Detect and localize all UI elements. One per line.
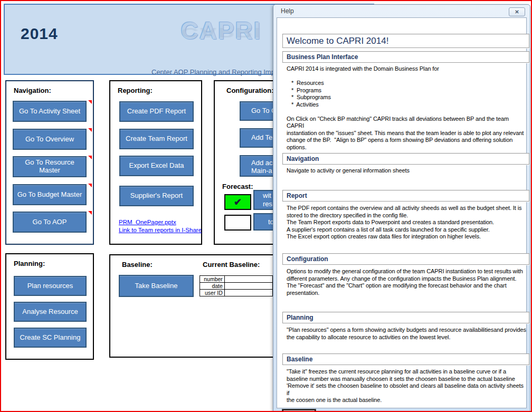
current-baseline-label: Current Baseline: — [203, 261, 260, 269]
section-body-business-plan-interface: CAPRI 2014 is integrated with the Domain… — [282, 64, 529, 152]
section-body-report: The PDF report contains the overview and… — [282, 204, 529, 242]
close-icon[interactable]: ✕ — [509, 7, 525, 16]
table-row: user ID — [200, 290, 273, 296]
forecast-on-checkbox[interactable]: ✔ — [224, 194, 251, 210]
baseline-date-value — [224, 283, 272, 290]
create-pdf-report-button[interactable]: Create PDF Report — [119, 101, 194, 122]
planning-panel: Planning: Plan resources Analyse Resourc… — [5, 253, 94, 360]
go-to-aop-button[interactable]: Go To AOP — [13, 212, 87, 233]
go-to-budget-master-button[interactable]: Go To Budget Master — [13, 184, 87, 205]
section-heading-navigation: Navigation — [282, 153, 529, 165]
planning-label: Planning: — [14, 260, 45, 267]
suppliers-report-button[interactable]: Supplier's Report — [119, 186, 194, 206]
close-button[interactable]: Close — [282, 409, 316, 412]
header-subtitle: Center AOP Planning and Reporting Imp — [151, 68, 275, 76]
baseline-label: Baseline: — [122, 261, 153, 269]
create-sc-planning-button[interactable]: Create SC Planning — [14, 328, 87, 348]
capri-logo-reflection: CAPRI — [168, 25, 274, 41]
capri-logo: CAPRI CAPRI — [168, 16, 274, 69]
section-body-navigation: Navigate to activity or general informat… — [282, 166, 529, 176]
section-heading-report: Report — [282, 190, 529, 202]
section-body-planning: "Plan resources" opens a form showing ac… — [282, 325, 529, 342]
welcome-heading: Welcome to CAPRI 2014! — [282, 34, 529, 48]
go-to-resource-master-button[interactable]: Go To Resource Master — [13, 156, 87, 177]
baseline-userid-label: user ID — [200, 290, 225, 296]
reporting-label: Reporting: — [118, 87, 153, 94]
navigation-panel: Navigation: Go To Activity Sheet Go To O… — [5, 80, 94, 245]
section-heading-business-plan-interface: Business Plan Interface — [282, 51, 529, 63]
baseline-date-label: date — [200, 283, 225, 290]
section-heading-baseline: Baseline — [282, 353, 529, 365]
comment-marker-icon — [88, 156, 92, 159]
export-excel-data-button[interactable]: Export Excel Data — [119, 156, 194, 176]
team-reports-ishare-link[interactable]: Link to Team reports in I-Share — [119, 227, 202, 233]
table-row: number — [200, 276, 273, 283]
baseline-number-label: number — [200, 276, 225, 283]
help-dialog-title: Help — [281, 7, 294, 15]
comment-marker-icon — [88, 100, 92, 104]
section-body-baseline: "Take it" freezes the current resource p… — [282, 367, 529, 405]
forecast-off-checkbox[interactable] — [224, 215, 251, 231]
go-to-overview-button[interactable]: Go To Overview — [13, 129, 87, 150]
comment-marker-icon — [88, 184, 92, 187]
comment-marker-icon — [88, 211, 92, 215]
comment-marker-icon — [88, 128, 92, 132]
prm-onepager-link[interactable]: PRM_OnePager.pptx — [119, 219, 176, 225]
create-team-report-button[interactable]: Create Team Report — [119, 129, 194, 149]
section-heading-planning: Planning — [282, 312, 529, 323]
section-body-configuration: Options to modify the general configurat… — [282, 267, 529, 298]
year-label: 2014 — [21, 25, 58, 43]
forecast-label: Forecast: — [222, 183, 253, 190]
help-dialog-body: Welcome to CAPRI 2014! Business Plan Int… — [277, 17, 527, 408]
go-to-activity-sheet-button[interactable]: Go To Activity Sheet — [13, 101, 87, 122]
baseline-panel: Baseline: Current Baseline: Take Baselin… — [109, 254, 274, 358]
configuration-label: Configuration: — [226, 87, 274, 94]
table-row: date — [200, 283, 273, 290]
navigation-label: Navigation: — [14, 87, 51, 94]
take-baseline-button[interactable]: Take Baseline — [119, 275, 194, 297]
baseline-userid-value — [224, 290, 272, 296]
section-heading-configuration: Configuration — [282, 253, 529, 265]
capri-workbook-screen: 2014 CAPRI CAPRI Center AOP Planning and… — [0, 0, 532, 412]
help-dialog: Help ✕ Welcome to CAPRI 2014! Business P… — [273, 4, 530, 411]
analyse-resource-button[interactable]: Analyse Resource — [14, 302, 87, 322]
plan-resources-button[interactable]: Plan resources — [14, 276, 87, 296]
reporting-panel: Reporting: Create PDF Report Create Team… — [109, 80, 202, 245]
baseline-number-value — [224, 276, 272, 283]
current-baseline-table: number date user ID — [200, 275, 273, 296]
